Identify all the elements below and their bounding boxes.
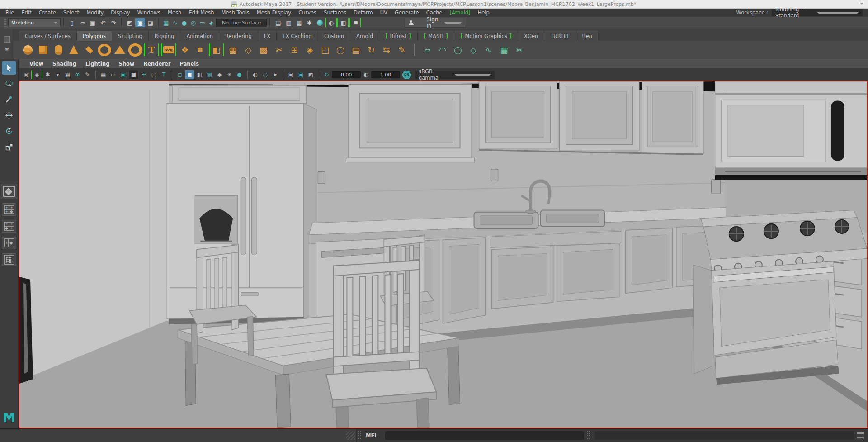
shelf-tab-ben[interactable]: Ben	[576, 31, 599, 41]
render-view-icon[interactable]	[273, 18, 283, 27]
shelf-tab-custom[interactable]: Custom	[318, 31, 350, 41]
poly-extrude-icon[interactable]	[288, 43, 301, 57]
layout-four-pane-button[interactable]: +++	[2, 203, 16, 216]
shelf-tab-arnold[interactable]: Arnold	[350, 31, 379, 41]
light-editor-icon[interactable]	[325, 18, 337, 27]
ipr-render-icon[interactable]	[294, 18, 304, 27]
exposure-field[interactable]: 0.00	[332, 71, 361, 78]
layout-outliner-persp-button[interactable]	[2, 253, 16, 266]
uv-cylindrical-projection-icon[interactable]	[436, 43, 449, 57]
shelf-tab-motion-graphics[interactable]: Motion Graphics	[454, 31, 518, 41]
menu-edit-mesh[interactable]: Edit Mesh	[185, 10, 217, 16]
motion-blur-icon[interactable]: ◌	[260, 70, 270, 79]
poly-svg-tool-icon[interactable]: svg	[161, 43, 176, 56]
shelf-tab-bifrost[interactable]: Bifrost	[379, 31, 418, 41]
wireframe-on-shaded-icon[interactable]: ◧	[195, 70, 204, 79]
poly-torus-icon[interactable]	[98, 43, 111, 57]
snap-to-grid-icon[interactable]	[162, 18, 170, 27]
shadows-toggle-icon[interactable]: ●	[235, 70, 244, 79]
menu-mesh[interactable]: Mesh	[164, 10, 185, 16]
film-gate-icon[interactable]: ▭	[108, 70, 118, 79]
poly-pipe-icon[interactable]	[128, 43, 142, 57]
shelf-tab-rendering[interactable]: Rendering	[219, 31, 258, 41]
scene-microwave[interactable]	[715, 81, 867, 180]
lighting-toggle-icon[interactable]: ☀	[225, 70, 234, 79]
select-camera-icon[interactable]: ◉	[21, 70, 31, 79]
shaded-display-icon[interactable]: ◼	[185, 70, 194, 79]
resize-handle-icon[interactable]	[346, 431, 355, 440]
shelf-tab-animation[interactable]: Animation	[180, 31, 219, 41]
menu-windows[interactable]: Windows	[134, 10, 164, 16]
poly-text-tool-icon[interactable]: T	[144, 43, 159, 56]
shelf-tab-turtle[interactable]: TURTLE	[544, 31, 576, 41]
poly-cube-icon[interactable]	[36, 43, 50, 57]
make-live-icon[interactable]	[207, 18, 216, 27]
uv-automatic-projection-icon[interactable]	[467, 43, 480, 57]
paint-select-tool[interactable]	[2, 93, 16, 106]
uv-cut-sew-icon[interactable]	[513, 43, 526, 57]
menu-curves[interactable]: Curves	[295, 10, 320, 16]
undo-icon[interactable]	[98, 18, 108, 27]
poly-reduce-icon[interactable]	[257, 43, 270, 57]
new-scene-icon[interactable]	[67, 18, 77, 27]
command-result-grip[interactable]	[587, 431, 590, 440]
panel-menu-shading[interactable]: Shading	[48, 61, 81, 67]
snapshot-icon[interactable]: ◩	[306, 70, 316, 79]
scene-window[interactable]	[346, 84, 474, 162]
script-editor-icon[interactable]	[857, 432, 864, 439]
grid-toggle-icon[interactable]: ▦	[99, 70, 108, 79]
snap-to-projected-center-icon[interactable]	[189, 18, 198, 27]
command-line-grip[interactable]	[358, 431, 361, 440]
wireframe-display-icon[interactable]: ◻	[175, 70, 184, 79]
panel-menu-panels[interactable]: Panels	[175, 61, 203, 67]
render-current-frame-icon[interactable]	[283, 18, 293, 27]
shelf-tab-polygons[interactable]: Polygons	[77, 31, 112, 41]
menu-modify[interactable]: Modify	[83, 10, 107, 16]
pause-viewport-icon[interactable]	[349, 18, 361, 27]
resolution-gate-icon[interactable]: ▣	[118, 70, 128, 79]
shelf-gear-icon[interactable]: ✱	[4, 47, 9, 52]
rotate-tool[interactable]	[2, 124, 16, 138]
menu-edit[interactable]: Edit	[18, 10, 35, 16]
exposure-icon[interactable]: ↻	[322, 70, 331, 79]
menu-help[interactable]: Help	[474, 10, 493, 16]
move-tool[interactable]	[2, 109, 16, 122]
panel-menu-view[interactable]: View	[25, 61, 48, 67]
select-hierarchy-icon[interactable]	[125, 18, 135, 27]
menu-deform[interactable]: Deform	[350, 10, 377, 16]
command-language-label[interactable]: MEL	[362, 429, 383, 442]
scene-upper-cabinets[interactable]	[479, 81, 703, 154]
bookmark-icon[interactable]: ▾	[53, 70, 62, 79]
poly-combine-icon[interactable]	[178, 43, 192, 57]
titlebar-chevron-icon[interactable]	[860, 3, 863, 6]
redo-icon[interactable]	[108, 18, 118, 27]
menu-display[interactable]: Display	[107, 10, 133, 16]
shelf-tab-fx-caching[interactable]: FX Caching	[277, 31, 318, 41]
snap-to-curve-icon[interactable]	[171, 18, 179, 27]
poly-grid-fill-icon[interactable]	[349, 43, 363, 57]
display-render-settings-icon[interactable]	[315, 18, 325, 27]
save-scene-icon[interactable]	[88, 18, 98, 27]
toolbar-grip[interactable]	[3, 19, 6, 27]
menu-create[interactable]: Create	[35, 10, 60, 16]
uv-editor-icon[interactable]	[497, 43, 511, 57]
poly-pyramid-icon[interactable]	[113, 43, 127, 57]
safe-action-icon[interactable]: ▢	[149, 70, 159, 79]
camera-attributes-icon[interactable]: ✱	[43, 70, 52, 79]
live-surface-field[interactable]: No Live Surface	[216, 19, 267, 27]
texture-editor-icon[interactable]	[337, 18, 349, 27]
panel-menu-renderer[interactable]: Renderer	[139, 61, 175, 67]
poly-sphere-icon[interactable]	[21, 43, 34, 57]
poly-cone-icon[interactable]	[67, 43, 80, 57]
shelf-tab-rigging[interactable]: Rigging	[149, 31, 181, 41]
multi-cut-tool-icon[interactable]	[272, 43, 286, 57]
color-management-on-badge[interactable]: ON	[402, 71, 411, 79]
contrast-icon[interactable]: ◐	[361, 70, 371, 79]
layout-two-pane-button[interactable]: +	[2, 237, 16, 249]
image-plane-icon[interactable]: ▦	[63, 70, 72, 79]
panel-menu-lighting[interactable]: Lighting	[81, 61, 114, 67]
poly-separate-icon[interactable]	[193, 43, 207, 57]
poly-smooth-faces-icon[interactable]	[303, 43, 316, 57]
lasso-select-tool[interactable]	[2, 77, 16, 90]
shelf-tab-curves-surfaces[interactable]: Curves / Surfaces	[19, 31, 77, 41]
